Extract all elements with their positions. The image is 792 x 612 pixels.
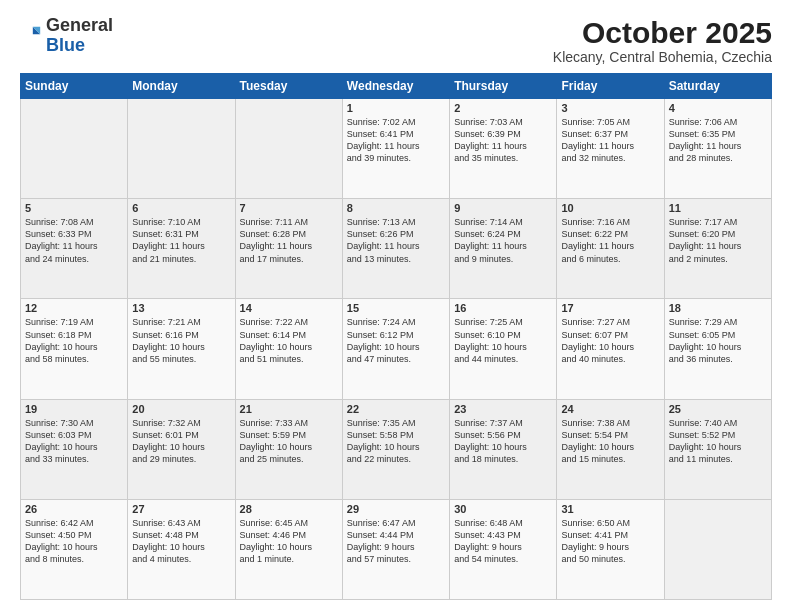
- calendar-cell: [664, 499, 771, 599]
- calendar-cell: 28Sunrise: 6:45 AM Sunset: 4:46 PM Dayli…: [235, 499, 342, 599]
- calendar-cell: 6Sunrise: 7:10 AM Sunset: 6:31 PM Daylig…: [128, 199, 235, 299]
- day-info: Sunrise: 6:42 AM Sunset: 4:50 PM Dayligh…: [25, 517, 123, 566]
- logo-general: General: [46, 15, 113, 35]
- day-info: Sunrise: 7:13 AM Sunset: 6:26 PM Dayligh…: [347, 216, 445, 265]
- page: General Blue October 2025 Klecany, Centr…: [0, 0, 792, 612]
- calendar-cell: 10Sunrise: 7:16 AM Sunset: 6:22 PM Dayli…: [557, 199, 664, 299]
- calendar-cell: 23Sunrise: 7:37 AM Sunset: 5:56 PM Dayli…: [450, 399, 557, 499]
- day-number: 17: [561, 302, 659, 314]
- calendar-cell: 26Sunrise: 6:42 AM Sunset: 4:50 PM Dayli…: [21, 499, 128, 599]
- day-info: Sunrise: 7:38 AM Sunset: 5:54 PM Dayligh…: [561, 417, 659, 466]
- day-number: 5: [25, 202, 123, 214]
- day-number: 28: [240, 503, 338, 515]
- calendar-cell: 3Sunrise: 7:05 AM Sunset: 6:37 PM Daylig…: [557, 99, 664, 199]
- day-info: Sunrise: 7:21 AM Sunset: 6:16 PM Dayligh…: [132, 316, 230, 365]
- day-number: 30: [454, 503, 552, 515]
- day-info: Sunrise: 6:50 AM Sunset: 4:41 PM Dayligh…: [561, 517, 659, 566]
- day-info: Sunrise: 7:30 AM Sunset: 6:03 PM Dayligh…: [25, 417, 123, 466]
- calendar-header-row: SundayMondayTuesdayWednesdayThursdayFrid…: [21, 74, 772, 99]
- day-info: Sunrise: 7:32 AM Sunset: 6:01 PM Dayligh…: [132, 417, 230, 466]
- calendar-cell: 31Sunrise: 6:50 AM Sunset: 4:41 PM Dayli…: [557, 499, 664, 599]
- day-info: Sunrise: 6:48 AM Sunset: 4:43 PM Dayligh…: [454, 517, 552, 566]
- calendar-header-wednesday: Wednesday: [342, 74, 449, 99]
- day-number: 24: [561, 403, 659, 415]
- day-info: Sunrise: 7:02 AM Sunset: 6:41 PM Dayligh…: [347, 116, 445, 165]
- day-info: Sunrise: 7:24 AM Sunset: 6:12 PM Dayligh…: [347, 316, 445, 365]
- day-info: Sunrise: 6:45 AM Sunset: 4:46 PM Dayligh…: [240, 517, 338, 566]
- calendar-cell: 13Sunrise: 7:21 AM Sunset: 6:16 PM Dayli…: [128, 299, 235, 399]
- calendar-cell: 12Sunrise: 7:19 AM Sunset: 6:18 PM Dayli…: [21, 299, 128, 399]
- day-number: 11: [669, 202, 767, 214]
- calendar-cell: [21, 99, 128, 199]
- calendar-cell: 22Sunrise: 7:35 AM Sunset: 5:58 PM Dayli…: [342, 399, 449, 499]
- day-info: Sunrise: 6:43 AM Sunset: 4:48 PM Dayligh…: [132, 517, 230, 566]
- calendar-cell: 15Sunrise: 7:24 AM Sunset: 6:12 PM Dayli…: [342, 299, 449, 399]
- calendar-week-2: 5Sunrise: 7:08 AM Sunset: 6:33 PM Daylig…: [21, 199, 772, 299]
- day-info: Sunrise: 7:19 AM Sunset: 6:18 PM Dayligh…: [25, 316, 123, 365]
- day-number: 23: [454, 403, 552, 415]
- day-number: 31: [561, 503, 659, 515]
- day-info: Sunrise: 7:14 AM Sunset: 6:24 PM Dayligh…: [454, 216, 552, 265]
- calendar-cell: 1Sunrise: 7:02 AM Sunset: 6:41 PM Daylig…: [342, 99, 449, 199]
- day-info: Sunrise: 7:03 AM Sunset: 6:39 PM Dayligh…: [454, 116, 552, 165]
- calendar-cell: 4Sunrise: 7:06 AM Sunset: 6:35 PM Daylig…: [664, 99, 771, 199]
- calendar-cell: 5Sunrise: 7:08 AM Sunset: 6:33 PM Daylig…: [21, 199, 128, 299]
- calendar-header-friday: Friday: [557, 74, 664, 99]
- month-title: October 2025: [553, 16, 772, 49]
- calendar-cell: 7Sunrise: 7:11 AM Sunset: 6:28 PM Daylig…: [235, 199, 342, 299]
- day-info: Sunrise: 7:22 AM Sunset: 6:14 PM Dayligh…: [240, 316, 338, 365]
- logo-text: General Blue: [46, 16, 113, 56]
- calendar-cell: 18Sunrise: 7:29 AM Sunset: 6:05 PM Dayli…: [664, 299, 771, 399]
- calendar-week-1: 1Sunrise: 7:02 AM Sunset: 6:41 PM Daylig…: [21, 99, 772, 199]
- calendar-table: SundayMondayTuesdayWednesdayThursdayFrid…: [20, 73, 772, 600]
- day-info: Sunrise: 6:47 AM Sunset: 4:44 PM Dayligh…: [347, 517, 445, 566]
- day-number: 3: [561, 102, 659, 114]
- day-info: Sunrise: 7:40 AM Sunset: 5:52 PM Dayligh…: [669, 417, 767, 466]
- logo-blue: Blue: [46, 35, 85, 55]
- day-info: Sunrise: 7:10 AM Sunset: 6:31 PM Dayligh…: [132, 216, 230, 265]
- day-info: Sunrise: 7:05 AM Sunset: 6:37 PM Dayligh…: [561, 116, 659, 165]
- day-number: 16: [454, 302, 552, 314]
- day-number: 1: [347, 102, 445, 114]
- calendar-week-3: 12Sunrise: 7:19 AM Sunset: 6:18 PM Dayli…: [21, 299, 772, 399]
- day-number: 14: [240, 302, 338, 314]
- calendar-cell: 8Sunrise: 7:13 AM Sunset: 6:26 PM Daylig…: [342, 199, 449, 299]
- day-number: 8: [347, 202, 445, 214]
- calendar-cell: [235, 99, 342, 199]
- day-info: Sunrise: 7:35 AM Sunset: 5:58 PM Dayligh…: [347, 417, 445, 466]
- day-number: 26: [25, 503, 123, 515]
- day-info: Sunrise: 7:06 AM Sunset: 6:35 PM Dayligh…: [669, 116, 767, 165]
- calendar-cell: 9Sunrise: 7:14 AM Sunset: 6:24 PM Daylig…: [450, 199, 557, 299]
- calendar-cell: 21Sunrise: 7:33 AM Sunset: 5:59 PM Dayli…: [235, 399, 342, 499]
- day-info: Sunrise: 7:29 AM Sunset: 6:05 PM Dayligh…: [669, 316, 767, 365]
- day-info: Sunrise: 7:27 AM Sunset: 6:07 PM Dayligh…: [561, 316, 659, 365]
- day-info: Sunrise: 7:16 AM Sunset: 6:22 PM Dayligh…: [561, 216, 659, 265]
- day-number: 13: [132, 302, 230, 314]
- day-info: Sunrise: 7:37 AM Sunset: 5:56 PM Dayligh…: [454, 417, 552, 466]
- location: Klecany, Central Bohemia, Czechia: [553, 49, 772, 65]
- calendar-cell: 11Sunrise: 7:17 AM Sunset: 6:20 PM Dayli…: [664, 199, 771, 299]
- day-info: Sunrise: 7:11 AM Sunset: 6:28 PM Dayligh…: [240, 216, 338, 265]
- day-info: Sunrise: 7:08 AM Sunset: 6:33 PM Dayligh…: [25, 216, 123, 265]
- calendar-header-thursday: Thursday: [450, 74, 557, 99]
- calendar-header-sunday: Sunday: [21, 74, 128, 99]
- day-number: 29: [347, 503, 445, 515]
- calendar-cell: 2Sunrise: 7:03 AM Sunset: 6:39 PM Daylig…: [450, 99, 557, 199]
- calendar-cell: 20Sunrise: 7:32 AM Sunset: 6:01 PM Dayli…: [128, 399, 235, 499]
- day-number: 27: [132, 503, 230, 515]
- calendar-cell: 24Sunrise: 7:38 AM Sunset: 5:54 PM Dayli…: [557, 399, 664, 499]
- calendar-cell: 30Sunrise: 6:48 AM Sunset: 4:43 PM Dayli…: [450, 499, 557, 599]
- logo-icon: [20, 25, 42, 47]
- day-number: 18: [669, 302, 767, 314]
- calendar-week-5: 26Sunrise: 6:42 AM Sunset: 4:50 PM Dayli…: [21, 499, 772, 599]
- day-number: 25: [669, 403, 767, 415]
- calendar-cell: 16Sunrise: 7:25 AM Sunset: 6:10 PM Dayli…: [450, 299, 557, 399]
- title-block: October 2025 Klecany, Central Bohemia, C…: [553, 16, 772, 65]
- day-number: 12: [25, 302, 123, 314]
- day-info: Sunrise: 7:25 AM Sunset: 6:10 PM Dayligh…: [454, 316, 552, 365]
- day-number: 9: [454, 202, 552, 214]
- day-number: 10: [561, 202, 659, 214]
- day-number: 4: [669, 102, 767, 114]
- calendar-week-4: 19Sunrise: 7:30 AM Sunset: 6:03 PM Dayli…: [21, 399, 772, 499]
- calendar-cell: [128, 99, 235, 199]
